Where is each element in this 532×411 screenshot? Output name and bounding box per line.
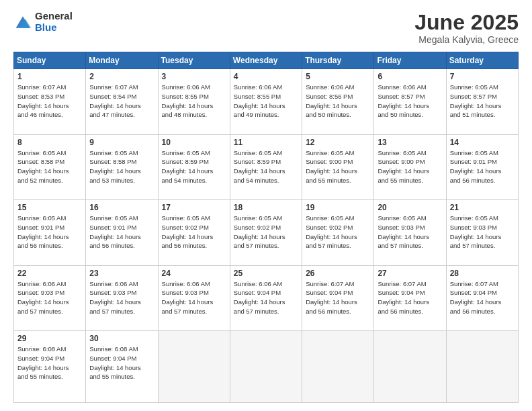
calendar-week-row: 8Sunrise: 6:05 AMSunset: 8:58 PMDaylight…: [14, 134, 519, 199]
day-info: Sunrise: 6:07 AMSunset: 9:04 PMDaylight:…: [306, 279, 370, 316]
day-number: 19: [306, 203, 370, 212]
calendar-cell: 29Sunrise: 6:08 AMSunset: 9:04 PMDayligh…: [14, 331, 86, 403]
day-number: 15: [17, 203, 82, 212]
logo-general: General: [35, 11, 73, 22]
calendar-cell: 16Sunrise: 6:05 AMSunset: 9:01 PMDayligh…: [86, 200, 158, 265]
calendar-cell: 25Sunrise: 6:06 AMSunset: 9:04 PMDayligh…: [230, 265, 302, 330]
day-info: Sunrise: 6:07 AMSunset: 8:53 PMDaylight:…: [17, 83, 82, 120]
month-title: June 2025: [414, 11, 519, 34]
day-info: Sunrise: 6:06 AMSunset: 8:56 PMDaylight:…: [306, 83, 370, 120]
day-number: 23: [89, 269, 154, 278]
col-thursday: Thursday: [302, 52, 374, 69]
day-info: Sunrise: 6:06 AMSunset: 8:55 PMDaylight:…: [162, 83, 226, 120]
day-info: Sunrise: 6:07 AMSunset: 9:04 PMDaylight:…: [450, 279, 515, 316]
col-sunday: Sunday: [14, 52, 86, 69]
calendar-cell: 21Sunrise: 6:05 AMSunset: 9:03 PMDayligh…: [446, 200, 518, 265]
day-number: 30: [89, 334, 154, 343]
day-info: Sunrise: 6:05 AMSunset: 9:02 PMDaylight:…: [234, 214, 298, 250]
calendar-cell: 28Sunrise: 6:07 AMSunset: 9:04 PMDayligh…: [446, 265, 518, 330]
day-number: 3: [162, 72, 226, 81]
calendar-week-row: 15Sunrise: 6:05 AMSunset: 9:01 PMDayligh…: [14, 200, 519, 265]
calendar-cell: [374, 331, 446, 403]
calendar-cell: 24Sunrise: 6:06 AMSunset: 9:03 PMDayligh…: [158, 265, 230, 330]
day-info: Sunrise: 6:06 AMSunset: 9:04 PMDaylight:…: [234, 279, 298, 316]
calendar-week-row: 1Sunrise: 6:07 AMSunset: 8:53 PMDaylight…: [14, 69, 519, 134]
calendar-cell: 23Sunrise: 6:06 AMSunset: 9:03 PMDayligh…: [86, 265, 158, 330]
day-info: Sunrise: 6:06 AMSunset: 9:03 PMDaylight:…: [89, 279, 154, 316]
day-info: Sunrise: 6:06 AMSunset: 9:03 PMDaylight:…: [162, 279, 226, 316]
col-wednesday: Wednesday: [230, 52, 302, 69]
calendar-cell: 27Sunrise: 6:07 AMSunset: 9:04 PMDayligh…: [374, 265, 446, 330]
calendar-cell: 5Sunrise: 6:06 AMSunset: 8:56 PMDaylight…: [302, 69, 374, 134]
calendar-cell: 26Sunrise: 6:07 AMSunset: 9:04 PMDayligh…: [302, 265, 374, 330]
day-info: Sunrise: 6:05 AMSunset: 8:59 PMDaylight:…: [234, 148, 298, 185]
day-info: Sunrise: 6:05 AMSunset: 9:03 PMDaylight:…: [378, 214, 442, 250]
calendar-cell: 10Sunrise: 6:05 AMSunset: 8:59 PMDayligh…: [158, 134, 230, 199]
day-info: Sunrise: 6:05 AMSunset: 9:02 PMDaylight:…: [306, 214, 370, 250]
calendar-cell: [446, 331, 518, 403]
title-block: June 2025 Megala Kalyvia, Greece: [414, 11, 519, 45]
calendar-cell: 9Sunrise: 6:05 AMSunset: 8:58 PMDaylight…: [86, 134, 158, 199]
day-number: 9: [89, 138, 154, 147]
page: General Blue June 2025 Megala Kalyvia, G…: [0, 0, 532, 411]
day-info: Sunrise: 6:05 AMSunset: 8:59 PMDaylight:…: [162, 148, 226, 185]
calendar-cell: 13Sunrise: 6:05 AMSunset: 9:00 PMDayligh…: [374, 134, 446, 199]
calendar-cell: 7Sunrise: 6:05 AMSunset: 8:57 PMDaylight…: [446, 69, 518, 134]
day-info: Sunrise: 6:05 AMSunset: 8:58 PMDaylight:…: [89, 148, 154, 185]
day-number: 18: [234, 203, 298, 212]
day-info: Sunrise: 6:05 AMSunset: 9:00 PMDaylight:…: [306, 148, 370, 185]
calendar-cell: 11Sunrise: 6:05 AMSunset: 8:59 PMDayligh…: [230, 134, 302, 199]
day-number: 24: [162, 269, 226, 278]
day-info: Sunrise: 6:08 AMSunset: 9:04 PMDaylight:…: [17, 345, 82, 381]
day-number: 29: [17, 334, 82, 343]
calendar-cell: 8Sunrise: 6:05 AMSunset: 8:58 PMDaylight…: [14, 134, 86, 199]
day-number: 16: [89, 203, 154, 212]
calendar-cell: [158, 331, 230, 403]
day-number: 7: [450, 72, 515, 81]
day-number: 26: [306, 269, 370, 278]
day-number: 4: [234, 72, 298, 81]
day-number: 12: [306, 138, 370, 147]
day-info: Sunrise: 6:06 AMSunset: 8:57 PMDaylight:…: [378, 83, 442, 120]
day-number: 11: [234, 138, 298, 147]
day-info: Sunrise: 6:07 AMSunset: 9:04 PMDaylight:…: [378, 279, 442, 316]
calendar-cell: 1Sunrise: 6:07 AMSunset: 8:53 PMDaylight…: [14, 69, 86, 134]
calendar-week-row: 29Sunrise: 6:08 AMSunset: 9:04 PMDayligh…: [14, 331, 519, 403]
logo-text: General Blue: [35, 11, 73, 33]
day-number: 20: [378, 203, 442, 212]
calendar-cell: 2Sunrise: 6:07 AMSunset: 8:54 PMDaylight…: [86, 69, 158, 134]
calendar-cell: [302, 331, 374, 403]
day-info: Sunrise: 6:05 AMSunset: 9:02 PMDaylight:…: [162, 214, 226, 250]
day-info: Sunrise: 6:05 AMSunset: 9:03 PMDaylight:…: [450, 214, 515, 250]
calendar-cell: 6Sunrise: 6:06 AMSunset: 8:57 PMDaylight…: [374, 69, 446, 134]
day-info: Sunrise: 6:08 AMSunset: 9:04 PMDaylight:…: [89, 345, 154, 381]
col-tuesday: Tuesday: [158, 52, 230, 69]
day-number: 22: [17, 269, 82, 278]
logo: General Blue: [13, 11, 73, 33]
day-number: 2: [89, 72, 154, 81]
calendar-cell: 17Sunrise: 6:05 AMSunset: 9:02 PMDayligh…: [158, 200, 230, 265]
day-number: 6: [378, 72, 442, 81]
day-info: Sunrise: 6:05 AMSunset: 9:00 PMDaylight:…: [378, 148, 442, 185]
logo-icon: [13, 13, 32, 32]
day-number: 25: [234, 269, 298, 278]
logo-blue: Blue: [35, 22, 73, 34]
header: General Blue June 2025 Megala Kalyvia, G…: [13, 11, 519, 45]
day-number: 8: [17, 138, 82, 147]
calendar-cell: 14Sunrise: 6:05 AMSunset: 9:01 PMDayligh…: [446, 134, 518, 199]
calendar-cell: 18Sunrise: 6:05 AMSunset: 9:02 PMDayligh…: [230, 200, 302, 265]
day-number: 21: [450, 203, 515, 212]
col-monday: Monday: [86, 52, 158, 69]
day-info: Sunrise: 6:05 AMSunset: 9:01 PMDaylight:…: [17, 214, 82, 250]
col-friday: Friday: [374, 52, 446, 69]
calendar-cell: [230, 331, 302, 403]
day-number: 5: [306, 72, 370, 81]
calendar-cell: 22Sunrise: 6:06 AMSunset: 9:03 PMDayligh…: [14, 265, 86, 330]
calendar-header-row: Sunday Monday Tuesday Wednesday Thursday…: [14, 52, 519, 69]
day-info: Sunrise: 6:05 AMSunset: 9:01 PMDaylight:…: [450, 148, 515, 185]
day-info: Sunrise: 6:05 AMSunset: 8:57 PMDaylight:…: [450, 83, 515, 120]
calendar-cell: 19Sunrise: 6:05 AMSunset: 9:02 PMDayligh…: [302, 200, 374, 265]
calendar-cell: 12Sunrise: 6:05 AMSunset: 9:00 PMDayligh…: [302, 134, 374, 199]
calendar-cell: 30Sunrise: 6:08 AMSunset: 9:04 PMDayligh…: [86, 331, 158, 403]
day-number: 13: [378, 138, 442, 147]
